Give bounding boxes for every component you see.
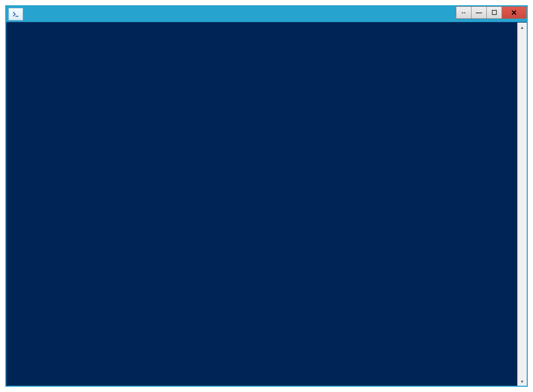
close-button[interactable]: ✕ [502,7,526,18]
minimize-button[interactable]: — [472,7,487,18]
window-controls: ↔ — ☐ ✕ [456,6,527,19]
maximize-button[interactable]: ☐ [487,7,502,18]
scroll-up-button[interactable]: ▴ [518,23,527,31]
expand-button[interactable]: ↔ [456,7,472,18]
close-icon: ✕ [511,8,517,17]
expand-icon: ↔ [461,9,467,16]
maximize-icon: ☐ [492,9,497,16]
title-bar[interactable]: ↔ — ☐ ✕ [6,6,527,22]
minimize-icon: — [476,9,482,16]
console-area: ▴ ▾ [6,22,527,386]
scroll-track[interactable] [518,31,527,377]
scroll-down-button[interactable]: ▾ [518,377,527,386]
terminal-output[interactable] [6,23,518,386]
app-icon [8,8,23,20]
powershell-window: ↔ — ☐ ✕ ▴ ▾ [5,5,528,387]
vertical-scrollbar[interactable]: ▴ ▾ [517,23,527,386]
